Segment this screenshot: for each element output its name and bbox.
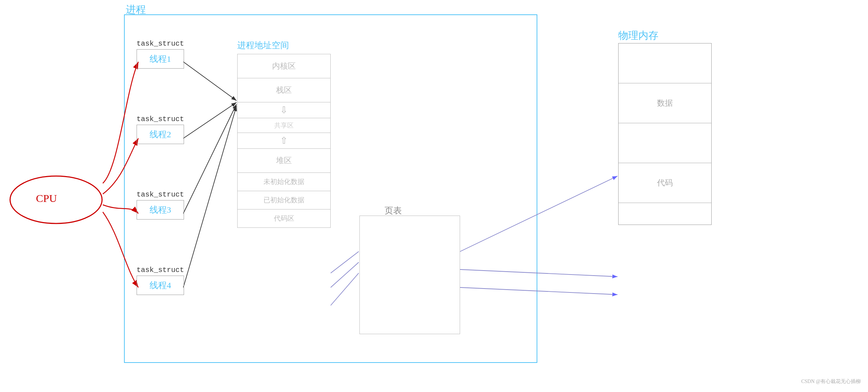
segment-kernel: 内核区	[238, 54, 330, 78]
segment-init: 已初始化数据	[238, 191, 330, 209]
thread2-box: 线程2	[137, 125, 184, 144]
thread3-struct-label: task_struct	[137, 190, 184, 199]
thread4-group: task_struct 线程4	[137, 266, 184, 295]
watermark: CSDN @有心栽花无心插柳	[801, 378, 861, 385]
process-label: 进程	[126, 3, 146, 17]
thread1-group: task_struct 线程1	[137, 40, 184, 69]
phys-mem-label: 物理内存	[618, 29, 658, 42]
thread1-box: 线程1	[137, 49, 184, 69]
thread4-box: 线程4	[137, 276, 184, 295]
thread3-box: 线程3	[137, 200, 184, 220]
phys-seg-code: 代码	[619, 163, 711, 203]
page-table-box	[359, 216, 460, 334]
phys-seg-empty1	[619, 43, 711, 83]
addr-space-box: 内核区 栈区 ⇩ 共享区 ⇧ 堆区 未初始化数据 已初始化数据 代码区	[237, 54, 331, 228]
segment-arrow-up: ⇧	[238, 133, 330, 149]
addr-space-label: 进程地址空间	[237, 40, 289, 51]
segment-heap: 堆区	[238, 149, 330, 173]
thread2-label: 线程2	[150, 130, 171, 139]
diagram-container: 进程	[0, 0, 868, 392]
thread3-group: task_struct 线程3	[137, 190, 184, 220]
page-table-label: 页表	[385, 205, 402, 216]
segment-uninit: 未初始化数据	[238, 173, 330, 191]
thread2-struct-label: task_struct	[137, 115, 184, 123]
process-box	[124, 14, 537, 363]
segment-code-area: 代码区	[238, 209, 330, 227]
phys-mem-box: 数据 代码	[618, 43, 712, 225]
thread1-label: 线程1	[150, 54, 171, 64]
thread2-group: task_struct 线程2	[137, 115, 184, 144]
thread3-label: 线程3	[150, 205, 171, 215]
segment-arrow-down: ⇩	[238, 102, 330, 118]
segment-shared: 共享区	[238, 118, 330, 133]
phys-seg-data: 数据	[619, 83, 711, 123]
phys-seg-empty2	[619, 123, 711, 163]
thread1-struct-label: task_struct	[137, 40, 184, 48]
phys-seg-empty3	[619, 203, 711, 225]
cpu-text: CPU	[36, 192, 57, 204]
thread4-label: 线程4	[150, 281, 171, 290]
thread4-struct-label: task_struct	[137, 266, 184, 274]
segment-stack: 栈区	[238, 78, 330, 102]
